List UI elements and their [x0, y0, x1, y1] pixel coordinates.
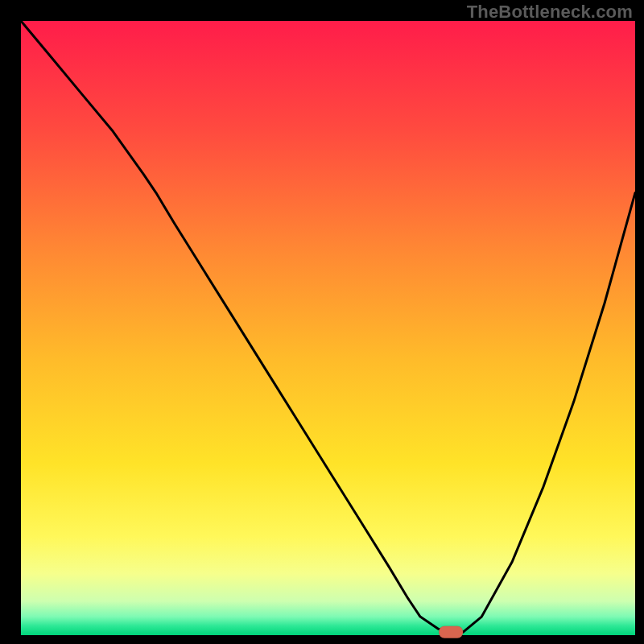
watermark-text: TheBottleneck.com — [467, 2, 633, 23]
optimal-marker — [439, 626, 463, 638]
bottleneck-chart — [0, 0, 644, 644]
plot-background — [21, 21, 635, 635]
chart-stage: TheBottleneck.com — [0, 0, 644, 644]
svg-rect-0 — [21, 21, 635, 635]
